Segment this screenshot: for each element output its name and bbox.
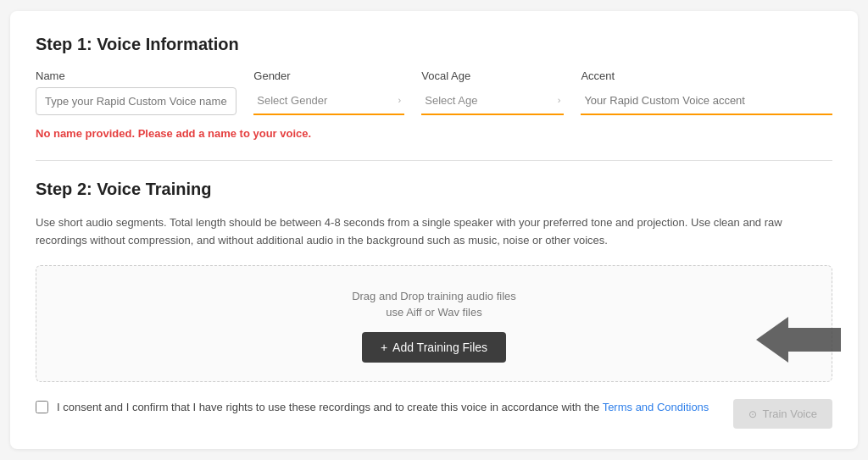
gender-label: Gender	[253, 69, 404, 82]
consent-checkbox[interactable]	[36, 401, 48, 413]
gender-chevron-icon: ›	[398, 95, 402, 105]
drop-zone-wrapper: Drag and Drop training audio files use A…	[36, 265, 832, 382]
train-voice-label: Train Voice	[762, 407, 817, 420]
add-training-files-button[interactable]: + Add Training Files	[362, 332, 506, 363]
section-divider	[36, 160, 832, 161]
age-chevron-icon: ›	[558, 95, 561, 105]
name-input[interactable]	[36, 87, 236, 115]
add-files-label: Add Training Files	[392, 341, 487, 354]
main-container: Step 1: Voice Information Name Gender Se…	[10, 11, 858, 449]
consent-row: I consent and I confirm that I have righ…	[36, 399, 832, 429]
terms-conditions-link[interactable]: Terms and Conditions	[603, 401, 709, 413]
step2-title: Step 2: Voice Training	[36, 180, 832, 199]
name-label: Name	[36, 69, 236, 82]
train-voice-button[interactable]: ⊙ Train Voice	[733, 399, 832, 429]
age-field-group: Vocal Age Select Age ›	[421, 69, 564, 115]
name-field-group: Name	[36, 69, 236, 115]
consent-left: I consent and I confirm that I have righ…	[36, 399, 720, 416]
accent-field-group: Accent	[581, 69, 832, 115]
name-error-message: No name provided. Please add a name to y…	[36, 125, 832, 142]
drop-zone[interactable]: Drag and Drop training audio files use A…	[36, 265, 832, 382]
gender-select-button[interactable]: Select Gender ›	[253, 87, 404, 115]
fields-row: Name Gender Select Gender › Vocal Age Se…	[36, 69, 832, 115]
accent-label: Accent	[581, 69, 832, 82]
consent-text: I consent and I confirm that I have righ…	[57, 399, 709, 416]
gender-select-label: Select Gender	[257, 94, 327, 107]
age-select-label: Select Age	[425, 94, 477, 107]
add-files-icon: +	[381, 341, 387, 354]
accent-input[interactable]	[581, 87, 832, 115]
file-types-text: use Aiff or Wav files	[53, 306, 815, 319]
step1-title: Step 1: Voice Information	[36, 35, 832, 54]
train-voice-icon: ⊙	[748, 408, 757, 420]
step2-description: Use short audio segments. Total length s…	[36, 214, 832, 250]
gender-field-group: Gender Select Gender ›	[253, 69, 404, 115]
age-select-button[interactable]: Select Age ›	[421, 87, 564, 115]
age-label: Vocal Age	[421, 69, 564, 82]
drag-drop-text: Drag and Drop training audio files	[53, 290, 815, 302]
